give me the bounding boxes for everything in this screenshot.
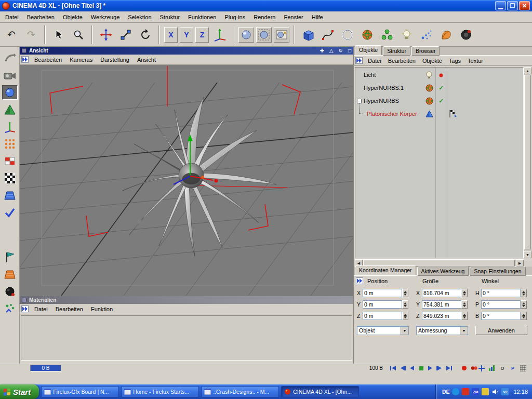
menu-fenster[interactable]: Fenster [280,12,307,22]
object-mode-button[interactable] [2,85,18,100]
angle-b-input[interactable] [481,312,521,320]
object-name-selected[interactable]: Platonischer Körper [367,111,417,117]
taskbar-item-crash-designs[interactable]: .:Crash-Designs:. - M... [201,386,279,397]
enabled-check-icon[interactable]: ✓ [437,97,445,105]
tab-objekte[interactable]: Objekte [355,45,382,55]
tray-app-icon-3[interactable]: ZM [472,388,479,395]
start-button[interactable]: Start [0,384,39,399]
select-tool-button[interactable] [49,24,68,45]
position-mode-dropdown[interactable]: Objekt ▼ [357,326,409,335]
add-circle-button[interactable] [338,24,357,45]
volume-icon[interactable] [491,388,499,395]
lock-x-button[interactable]: X [164,27,178,43]
tag-flag-icon[interactable] [449,110,458,118]
visibility-dot-icon[interactable] [437,71,445,79]
vp-menu-darstellung[interactable]: Darstellung [97,56,133,64]
angle-h-input[interactable] [481,289,521,297]
add-cube-button[interactable] [299,24,317,45]
menu-struktur[interactable]: Struktur [156,12,184,22]
particle-mode-button[interactable] [2,301,18,316]
add-sound-button[interactable] [457,24,475,45]
tray-app-icon-5[interactable]: V2 [501,388,509,395]
menu-plugins[interactable]: Plug-ins [220,12,249,22]
taskbar-item-home-firelux[interactable]: Home - Firelux Starts... [121,386,199,397]
add-array-button[interactable] [378,24,396,45]
spinner[interactable] [461,300,468,309]
spinner[interactable] [521,312,527,320]
goto-end-button[interactable] [445,365,453,371]
panel-menu-icon[interactable] [21,305,29,312]
stop-button[interactable] [417,365,425,371]
close-button[interactable]: ✕ [519,1,530,10]
tab-aktives-werkzeug[interactable]: Aktives Werkzeug [417,267,469,276]
size-x-input[interactable] [422,289,461,297]
scroll-down-button[interactable]: ▼ [524,251,531,258]
spinner[interactable] [402,312,408,320]
lock-y-button[interactable]: Y [180,27,193,43]
camera-mode-icon[interactable]: △ [329,48,334,54]
vscroll-thumb[interactable] [524,75,531,249]
viewport-tool-button[interactable] [2,51,18,65]
texture-axis-mode-button[interactable] [2,267,18,282]
next-key-button[interactable] [436,365,444,371]
viewport-header[interactable]: Ansicht ✚ △ ↻ □ [20,47,353,55]
spinner[interactable] [521,300,527,309]
position-x-input[interactable] [363,289,402,297]
scroll-up-button[interactable]: ▲ [524,67,531,74]
graph-icon[interactable] [488,365,496,371]
object-name[interactable]: Licht [364,72,376,78]
mat-menu-bearbeiten[interactable]: Bearbeiten [52,305,87,313]
previous-key-button[interactable] [398,365,406,371]
menu-selektion[interactable]: Selektion [124,12,155,22]
tree-row-licht[interactable]: Licht [355,69,523,82]
kinematics-mode-button[interactable] [2,284,18,299]
spinner[interactable] [521,289,527,297]
menu-rendern[interactable]: Rendern [249,12,280,22]
menu-funktionen[interactable]: Funktionen [184,12,220,22]
materials-list-area[interactable] [21,315,352,361]
play-forward-button[interactable] [427,365,434,371]
vp-menu-ansicht[interactable]: Ansicht [134,56,159,64]
render-picture-viewer-button[interactable] [274,27,289,43]
menu-objekte[interactable]: Objekte [59,12,87,22]
mat-menu-datei[interactable]: Datei [31,305,51,313]
add-deformer-button[interactable] [437,24,456,45]
menu-bearbeiten[interactable]: Bearbeiten [23,12,59,22]
object-name[interactable]: HyperNURBS [364,98,399,104]
object-tree-vscrollbar[interactable]: ▲ ▼ [524,67,531,258]
animation-mode-button[interactable] [2,250,18,264]
tree-row-hypernurbs-1[interactable]: HyperNURBS.1 ✓ [355,82,523,95]
language-indicator[interactable]: DE [442,389,450,395]
spinner[interactable] [461,312,468,320]
tab-struktur[interactable]: Struktur [383,46,410,56]
panel-menu-icon[interactable] [21,56,29,63]
mat-menu-funktion[interactable]: Funktion [87,305,116,313]
maximize-button[interactable]: ❐ [507,1,518,10]
tree-row-hypernurbs[interactable]: − HyperNURBS ✓ [355,95,523,108]
apply-button[interactable]: Anwenden [475,326,527,335]
selection-mode-button[interactable] [2,205,18,220]
edge-mode-button[interactable] [2,154,18,168]
record-button[interactable] [460,365,468,371]
size-mode-dropdown[interactable]: Abmessung ▼ [416,326,468,335]
position-z-input[interactable] [363,312,402,320]
materials-header[interactable]: Materialien [20,296,353,304]
tab-koordinaten-manager[interactable]: Koordinaten-Manager [355,265,416,275]
tab-browser[interactable]: Browser [411,46,440,56]
zoom-tool-button[interactable] [69,24,88,45]
texture-mode-button[interactable] [2,188,18,203]
menu-datei[interactable]: Datei [1,12,23,22]
lock-z-button[interactable]: Z [195,27,209,43]
viewport-canvas[interactable] [20,65,353,296]
render-active-button[interactable] [256,27,272,43]
size-z-input[interactable] [422,312,461,320]
add-hypernurbs-button[interactable] [358,24,377,45]
om-menu-bearbeiten[interactable]: Bearbeiten [385,57,419,65]
menu-hilfe[interactable]: Hilfe [308,12,327,22]
spinner[interactable] [461,289,468,297]
point-mode-button[interactable] [2,137,18,151]
coordinate-system-button[interactable] [210,24,229,45]
p-indicator-icon[interactable]: P [509,365,516,371]
move-tool-button[interactable] [97,24,115,45]
spinner[interactable] [402,289,408,297]
